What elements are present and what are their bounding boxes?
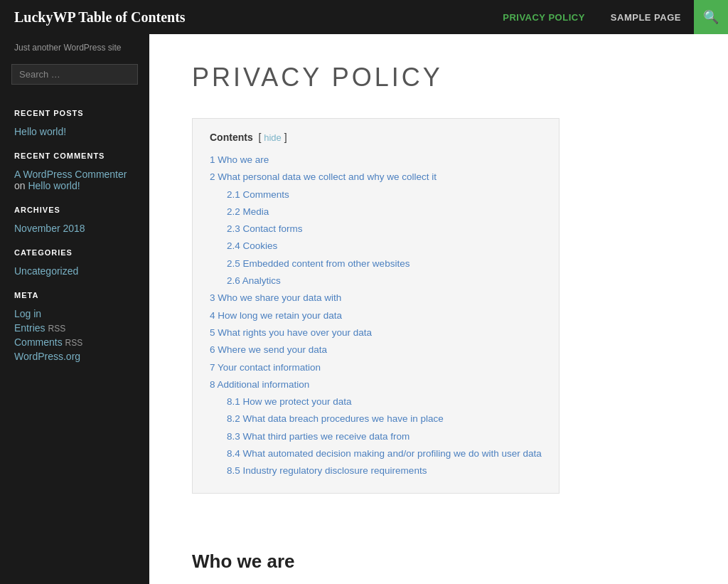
toc-item: 6 Where we send your data [210,341,542,359]
toc-item: 1 Who we are [210,152,542,169]
toc-link[interactable]: 2.3 Contact forms [227,223,303,234]
site-header: LuckyWP Table of Contents PRIVACY POLICY… [0,0,728,34]
toc-item: 7 Your contact information [210,359,542,376]
toc-link[interactable]: 2.1 Comments [227,189,289,200]
toc-item: 2.2 Media [210,203,542,221]
meta-entries-rss[interactable]: Entries RSS [0,321,149,335]
archive-november-2018[interactable]: November 2018 [0,221,149,235]
nav-sample-page[interactable]: SAMPLE PAGE [598,0,694,34]
toc-item: 8.1 How we protect your data [210,393,542,410]
toc-link[interactable]: 2 What personal data we collect and why … [210,171,437,182]
site-title[interactable]: LuckyWP Table of Contents [14,9,186,26]
toc-link[interactable]: 2.2 Media [227,206,269,217]
page-title: PRIVACY POLICY [192,63,685,92]
toc-list: 1 Who we are2 What personal data we coll… [210,152,542,480]
rss-label-2: RSS [65,338,83,348]
section-title-meta: META [0,278,149,307]
comment-on-text: on [14,180,28,191]
toc-item: 8.3 What third parties we receive data f… [210,428,542,445]
nav-privacy-policy[interactable]: PRIVACY POLICY [490,0,598,34]
toc-link[interactable]: 8.5 Industry regulatory disclosure requi… [227,465,427,476]
commented-post-link[interactable]: Hello world! [28,180,80,191]
toc-link[interactable]: 4 How long we retain your data [210,310,342,321]
toc-link[interactable]: 2.6 Analytics [227,275,281,286]
section-title-categories: CATEGORIES [0,235,149,264]
toc-item: 3 Who we share your data with [210,290,542,307]
category-uncategorized[interactable]: Uncategorized [0,264,149,278]
commenter-link[interactable]: A WordPress Commenter [14,169,127,180]
toc-item: 2.4 Cookies [210,238,542,255]
toc-link[interactable]: 2.4 Cookies [227,240,277,251]
sidebar-link-hello-world-post[interactable]: Hello world! [0,124,149,139]
toc-item: 2 What personal data we collect and why … [210,169,542,186]
recent-comment-item: A WordPress Commenter on Hello world! [0,167,149,193]
toc-item: 8 Additional information [210,376,542,393]
toc-link[interactable]: 5 What rights you have over your data [210,327,372,338]
toc-link[interactable]: 8 Additional information [210,379,309,390]
meta-wordpress-org[interactable]: WordPress.org [0,349,149,363]
sidebar: Just another WordPress site RECENT POSTS… [0,34,149,584]
toc-link[interactable]: 8.1 How we protect your data [227,396,352,407]
toc-link[interactable]: 6 Where we send your data [210,344,327,355]
toc-header: Contents [ hide ] [210,132,542,143]
toc-link[interactable]: 1 Who we are [210,154,269,165]
search-input[interactable] [11,64,138,85]
toc-label: Contents [210,132,253,143]
toc-item: 2.1 Comments [210,186,542,203]
toc-item: 2.6 Analytics [210,272,542,290]
section-title-recent-posts: RECENT POSTS [0,96,149,124]
header-search-button[interactable]: 🔍 [694,0,728,34]
toc-hide-link[interactable]: hide [264,132,282,143]
toc-item: 8.4 What automated decision making and/o… [210,445,542,462]
toc-link[interactable]: 2.5 Embedded content from other websites [227,258,410,269]
toc-item: 2.3 Contact forms [210,221,542,238]
main-content: PRIVACY POLICY Contents [ hide ] 1 Who w… [149,34,728,584]
toc-item: 5 What rights you have over your data [210,324,542,341]
header-nav: PRIVACY POLICY SAMPLE PAGE 🔍 [490,0,728,34]
toc-link[interactable]: 7 Your contact information [210,362,321,373]
section-title-archives: ARCHIVES [0,193,149,221]
search-icon: 🔍 [703,9,719,25]
table-of-contents: Contents [ hide ] 1 Who we are2 What per… [192,118,560,494]
search-box [0,64,149,96]
toc-link[interactable]: 8.2 What data breach procedures we have … [227,413,444,424]
toc-item: 4 How long we retain your data [210,307,542,324]
meta-login[interactable]: Log in [0,307,149,321]
toc-item: 8.2 What data breach procedures we have … [210,410,542,428]
toc-link[interactable]: 8.4 What automated decision making and/o… [227,448,542,459]
section-title-recent-comments: RECENT COMMENTS [0,139,149,167]
toc-item: 8.5 Industry regulatory disclosure requi… [210,462,542,479]
toc-item: 2.5 Embedded content from other websites [210,255,542,272]
toc-link[interactable]: 3 Who we share your data with [210,292,341,303]
section-heading-who-we-are: Who we are [192,551,685,573]
site-tagline: Just another WordPress site [0,34,149,64]
meta-comments-rss[interactable]: Comments RSS [0,335,149,349]
rss-label: RSS [48,324,65,334]
layout: Just another WordPress site RECENT POSTS… [0,34,728,584]
toc-link[interactable]: 8.3 What third parties we receive data f… [227,431,410,442]
